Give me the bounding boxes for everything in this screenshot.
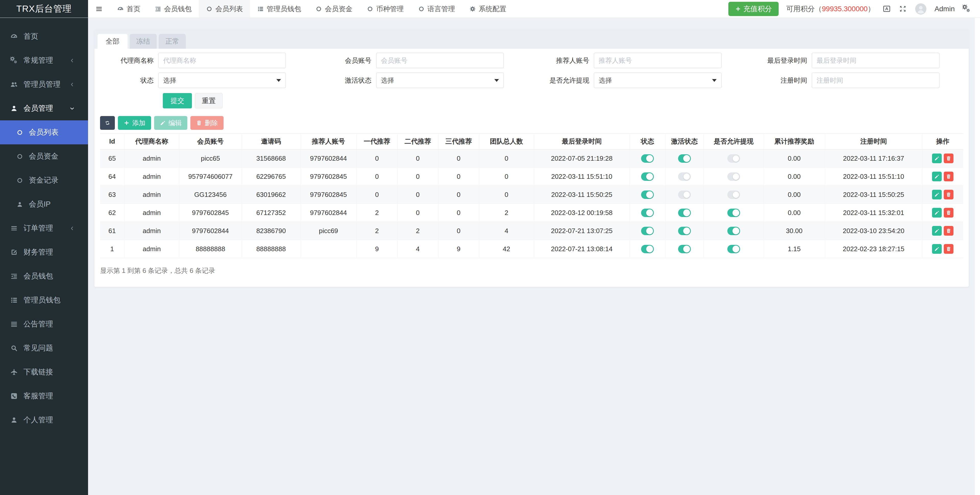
submit-button[interactable]: 提交 bbox=[163, 93, 192, 108]
cell-id: 62 bbox=[100, 204, 124, 222]
cell-active-status bbox=[665, 222, 703, 240]
topnav-item-admin-wallet[interactable]: 管理员钱包 bbox=[250, 0, 308, 17]
recharge-points-button[interactable]: 充值积分 bbox=[729, 2, 779, 16]
sidebar-item-member-funds[interactable]: 会员资金 bbox=[0, 144, 88, 168]
avatar[interactable] bbox=[915, 3, 927, 15]
table-toolbar: 添加 编辑 删除 bbox=[100, 116, 963, 130]
settings-button[interactable] bbox=[963, 5, 971, 13]
toggle-knob bbox=[683, 209, 690, 216]
refresh-button[interactable] bbox=[100, 116, 115, 130]
row-edit-button[interactable] bbox=[932, 244, 942, 254]
cell-id: 64 bbox=[100, 168, 124, 186]
row-edit-button[interactable] bbox=[932, 190, 942, 200]
topnav-item-language-management[interactable]: 语言管理 bbox=[411, 0, 462, 17]
sidebar-item-customer-service[interactable]: 客服管理 bbox=[0, 384, 88, 408]
allow-withdraw-select[interactable]: 选择 bbox=[594, 73, 721, 88]
active-status-toggle[interactable] bbox=[678, 154, 691, 163]
active-status-toggle[interactable] bbox=[678, 209, 691, 217]
status-toggle[interactable] bbox=[641, 154, 654, 163]
active-status-toggle[interactable] bbox=[678, 227, 691, 235]
edit-button[interactable]: 编辑 bbox=[154, 116, 187, 130]
topnav-item-system-config[interactable]: 系统配置 bbox=[462, 0, 514, 17]
sidebar-item-announcement-management[interactable]: 公告管理 bbox=[0, 312, 88, 336]
allow-withdraw-toggle[interactable] bbox=[727, 209, 740, 217]
filter-group-status: 状态选择 bbox=[94, 73, 312, 88]
sidebar-item-order-management[interactable]: 订单管理 bbox=[0, 216, 88, 240]
active-status-toggle[interactable] bbox=[678, 172, 691, 181]
sidebar-submenu-member-management: 会员列表会员资金资金记录会员IP bbox=[0, 121, 88, 216]
row-delete-button[interactable] bbox=[944, 244, 953, 254]
last-login-time-input[interactable] bbox=[812, 53, 939, 68]
row-delete-button[interactable] bbox=[944, 226, 953, 236]
sidebar-item-label: 管理员管理 bbox=[24, 79, 60, 89]
sidebar-item-home[interactable]: 首页 bbox=[0, 24, 88, 48]
cell-actions bbox=[922, 240, 963, 258]
member-account-input[interactable] bbox=[376, 53, 504, 68]
sidebar-item-admin-wallet[interactable]: 管理员钱包 bbox=[0, 288, 88, 312]
active-status-toggle[interactable] bbox=[678, 245, 691, 253]
tab-normal[interactable]: 正常 bbox=[159, 34, 186, 49]
tab-frozen[interactable]: 冻结 bbox=[130, 34, 157, 49]
row-delete-button[interactable] bbox=[944, 208, 953, 217]
topnav-item-member-funds[interactable]: 会员资金 bbox=[308, 0, 360, 17]
sidebar-item-member-wallet[interactable]: 会员钱包 bbox=[0, 264, 88, 288]
allow-withdraw-toggle[interactable] bbox=[727, 154, 740, 163]
active-status-toggle[interactable] bbox=[678, 190, 691, 199]
topnav-item-home[interactable]: 首页 bbox=[110, 0, 148, 17]
topnav-item-member-wallet[interactable]: 会员钱包 bbox=[148, 0, 199, 17]
allow-withdraw-toggle[interactable] bbox=[727, 190, 740, 199]
filter-group-last-login-time: 最后登录时间 bbox=[748, 53, 966, 68]
circle-icon bbox=[16, 129, 23, 136]
row-delete-button[interactable] bbox=[944, 190, 953, 200]
row-edit-button[interactable] bbox=[932, 171, 942, 181]
caret-down-icon bbox=[712, 79, 717, 82]
status-toggle[interactable] bbox=[641, 227, 654, 235]
sidebar-item-finance-management[interactable]: 财务管理 bbox=[0, 240, 88, 264]
sidebar-item-admin-management[interactable]: 管理员管理 bbox=[0, 73, 88, 97]
row-delete-button[interactable] bbox=[944, 154, 953, 163]
sidebar-item-faq[interactable]: 常见问题 bbox=[0, 336, 88, 360]
user-name[interactable]: Admin bbox=[935, 5, 955, 13]
sidebar-item-personal-management[interactable]: 个人管理 bbox=[0, 408, 88, 432]
sidebar-item-download-link[interactable]: 下载链接 bbox=[0, 360, 88, 384]
column-header-agent-name: 代理商名称 bbox=[124, 133, 179, 149]
sidebar-item-funds-record[interactable]: 资金记录 bbox=[0, 168, 88, 192]
status-toggle[interactable] bbox=[641, 245, 654, 253]
topnav-item-member-list[interactable]: 会员列表 bbox=[199, 0, 250, 17]
referrer-account-input[interactable] bbox=[594, 53, 721, 68]
row-edit-button[interactable] bbox=[932, 208, 942, 217]
row-edit-button[interactable] bbox=[932, 154, 942, 163]
cell-team-total: 42 bbox=[479, 240, 534, 258]
scrollbar[interactable] bbox=[974, 18, 980, 495]
delete-button[interactable]: 删除 bbox=[190, 116, 224, 130]
topnav-item-currency-management[interactable]: 币种管理 bbox=[360, 0, 411, 17]
toggle-knob bbox=[646, 246, 653, 252]
allow-withdraw-toggle[interactable] bbox=[727, 227, 740, 235]
sidebar-item-general-management[interactable]: 常规管理 bbox=[0, 48, 88, 73]
cell-total-referral-reward: 30.00 bbox=[764, 222, 825, 240]
status-toggle[interactable] bbox=[641, 209, 654, 217]
active-status-select[interactable]: 选择 bbox=[376, 73, 504, 88]
allow-withdraw-toggle[interactable] bbox=[727, 172, 740, 181]
reset-button[interactable]: 重置 bbox=[195, 93, 223, 108]
cell-active-status bbox=[665, 168, 703, 186]
row-delete-button[interactable] bbox=[944, 171, 953, 181]
agent-name-input[interactable] bbox=[158, 53, 286, 68]
register-time-input[interactable] bbox=[812, 73, 939, 88]
toggle-knob bbox=[646, 191, 653, 198]
caret-down-icon bbox=[277, 79, 281, 82]
add-button[interactable]: 添加 bbox=[118, 116, 151, 130]
tab-all[interactable]: 全部 bbox=[97, 34, 127, 49]
status-toggle[interactable] bbox=[641, 190, 654, 199]
translate-button[interactable] bbox=[883, 5, 891, 13]
status-toggle[interactable] bbox=[641, 172, 654, 181]
status-select[interactable]: 选择 bbox=[158, 73, 286, 88]
allow-withdraw-toggle[interactable] bbox=[727, 245, 740, 253]
sidebar-toggle-button[interactable] bbox=[88, 0, 110, 17]
sidebar-item-member-list[interactable]: 会员列表 bbox=[0, 121, 88, 144]
toggle-knob bbox=[683, 155, 690, 162]
sidebar-item-member-management[interactable]: 会员管理 bbox=[0, 97, 88, 121]
row-edit-button[interactable] bbox=[932, 226, 942, 236]
fullscreen-button[interactable] bbox=[899, 5, 907, 13]
sidebar-item-member-ip[interactable]: 会员IP bbox=[0, 192, 88, 216]
